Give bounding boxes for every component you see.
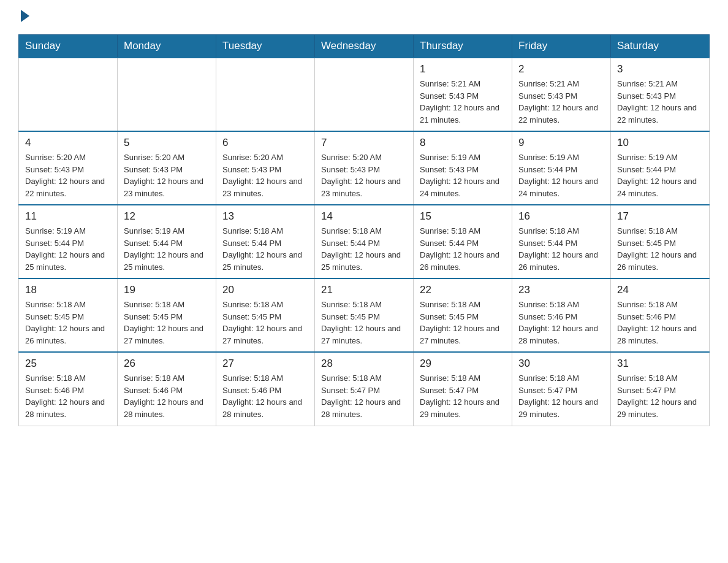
calendar-cell: 24Sunrise: 5:18 AM Sunset: 5:46 PM Dayli… [611, 278, 710, 352]
day-number: 28 [321, 358, 407, 370]
calendar-cell: 1Sunrise: 5:21 AM Sunset: 5:43 PM Daylig… [414, 58, 512, 131]
calendar-cell: 30Sunrise: 5:18 AM Sunset: 5:47 PM Dayli… [512, 352, 611, 426]
day-info: Sunrise: 5:20 AM Sunset: 5:43 PM Dayligh… [124, 151, 210, 199]
day-info: Sunrise: 5:18 AM Sunset: 5:46 PM Dayligh… [222, 372, 308, 420]
calendar-cell: 8Sunrise: 5:19 AM Sunset: 5:43 PM Daylig… [414, 131, 512, 205]
calendar-cell: 28Sunrise: 5:18 AM Sunset: 5:47 PM Dayli… [315, 352, 414, 426]
calendar-cell: 12Sunrise: 5:19 AM Sunset: 5:44 PM Dayli… [118, 205, 216, 278]
day-number: 1 [420, 63, 506, 75]
day-number: 19 [124, 284, 210, 296]
calendar-cell: 31Sunrise: 5:18 AM Sunset: 5:47 PM Dayli… [611, 352, 710, 426]
calendar-cell: 13Sunrise: 5:18 AM Sunset: 5:44 PM Dayli… [216, 205, 315, 278]
week-row-1: 1Sunrise: 5:21 AM Sunset: 5:43 PM Daylig… [19, 58, 710, 131]
day-info: Sunrise: 5:19 AM Sunset: 5:44 PM Dayligh… [518, 151, 604, 199]
day-info: Sunrise: 5:21 AM Sunset: 5:43 PM Dayligh… [420, 78, 506, 126]
day-info: Sunrise: 5:18 AM Sunset: 5:47 PM Dayligh… [420, 372, 506, 420]
calendar-table: SundayMondayTuesdayWednesdayThursdayFrid… [18, 34, 710, 426]
calendar-cell [216, 58, 315, 131]
day-info: Sunrise: 5:18 AM Sunset: 5:44 PM Dayligh… [420, 225, 506, 273]
calendar-cell: 4Sunrise: 5:20 AM Sunset: 5:43 PM Daylig… [19, 131, 118, 205]
day-number: 7 [321, 137, 407, 149]
calendar-cell: 2Sunrise: 5:21 AM Sunset: 5:43 PM Daylig… [512, 58, 611, 131]
calendar-cell: 20Sunrise: 5:18 AM Sunset: 5:45 PM Dayli… [216, 278, 315, 352]
day-info: Sunrise: 5:18 AM Sunset: 5:45 PM Dayligh… [25, 299, 111, 347]
calendar-cell: 14Sunrise: 5:18 AM Sunset: 5:44 PM Dayli… [315, 205, 414, 278]
logo [18, 12, 29, 22]
calendar-cell: 16Sunrise: 5:18 AM Sunset: 5:44 PM Dayli… [512, 205, 611, 278]
day-info: Sunrise: 5:18 AM Sunset: 5:44 PM Dayligh… [518, 225, 604, 273]
calendar-cell: 18Sunrise: 5:18 AM Sunset: 5:45 PM Dayli… [19, 278, 118, 352]
column-header-monday: Monday [118, 35, 216, 58]
calendar-cell: 26Sunrise: 5:18 AM Sunset: 5:46 PM Dayli… [118, 352, 216, 426]
day-info: Sunrise: 5:21 AM Sunset: 5:43 PM Dayligh… [518, 78, 604, 126]
day-number: 5 [124, 137, 210, 149]
calendar-cell: 9Sunrise: 5:19 AM Sunset: 5:44 PM Daylig… [512, 131, 611, 205]
calendar-cell: 10Sunrise: 5:19 AM Sunset: 5:44 PM Dayli… [611, 131, 710, 205]
week-row-3: 11Sunrise: 5:19 AM Sunset: 5:44 PM Dayli… [19, 205, 710, 278]
day-number: 2 [518, 63, 604, 75]
calendar-cell: 11Sunrise: 5:19 AM Sunset: 5:44 PM Dayli… [19, 205, 118, 278]
day-number: 9 [518, 137, 604, 149]
calendar-cell: 7Sunrise: 5:20 AM Sunset: 5:43 PM Daylig… [315, 131, 414, 205]
column-header-saturday: Saturday [611, 35, 710, 58]
day-number: 4 [25, 137, 111, 149]
calendar-cell: 19Sunrise: 5:18 AM Sunset: 5:45 PM Dayli… [118, 278, 216, 352]
calendar-cell [118, 58, 216, 131]
day-info: Sunrise: 5:18 AM Sunset: 5:47 PM Dayligh… [518, 372, 604, 420]
day-number: 21 [321, 284, 407, 296]
day-info: Sunrise: 5:18 AM Sunset: 5:45 PM Dayligh… [222, 299, 308, 347]
day-number: 12 [124, 210, 210, 223]
calendar-cell: 21Sunrise: 5:18 AM Sunset: 5:45 PM Dayli… [315, 278, 414, 352]
calendar-cell [19, 58, 118, 131]
day-number: 22 [420, 284, 506, 296]
day-info: Sunrise: 5:19 AM Sunset: 5:43 PM Dayligh… [420, 151, 506, 199]
day-number: 30 [518, 358, 604, 370]
calendar-cell: 22Sunrise: 5:18 AM Sunset: 5:45 PM Dayli… [414, 278, 512, 352]
day-number: 17 [617, 210, 703, 223]
day-info: Sunrise: 5:18 AM Sunset: 5:46 PM Dayligh… [124, 372, 210, 420]
day-info: Sunrise: 5:20 AM Sunset: 5:43 PM Dayligh… [25, 151, 111, 199]
day-info: Sunrise: 5:18 AM Sunset: 5:47 PM Dayligh… [321, 372, 407, 420]
calendar-cell: 3Sunrise: 5:21 AM Sunset: 5:43 PM Daylig… [611, 58, 710, 131]
logo-arrow-icon [21, 10, 29, 22]
day-number: 6 [222, 137, 308, 149]
calendar-cell: 17Sunrise: 5:18 AM Sunset: 5:45 PM Dayli… [611, 205, 710, 278]
week-row-4: 18Sunrise: 5:18 AM Sunset: 5:45 PM Dayli… [19, 278, 710, 352]
day-info: Sunrise: 5:18 AM Sunset: 5:46 PM Dayligh… [617, 299, 703, 347]
day-info: Sunrise: 5:18 AM Sunset: 5:45 PM Dayligh… [617, 225, 703, 273]
day-number: 23 [518, 284, 604, 296]
day-number: 13 [222, 210, 308, 223]
day-info: Sunrise: 5:18 AM Sunset: 5:44 PM Dayligh… [321, 225, 407, 273]
day-info: Sunrise: 5:21 AM Sunset: 5:43 PM Dayligh… [617, 78, 703, 126]
day-number: 10 [617, 137, 703, 149]
calendar-cell: 15Sunrise: 5:18 AM Sunset: 5:44 PM Dayli… [414, 205, 512, 278]
day-info: Sunrise: 5:18 AM Sunset: 5:45 PM Dayligh… [420, 299, 506, 347]
calendar-cell: 5Sunrise: 5:20 AM Sunset: 5:43 PM Daylig… [118, 131, 216, 205]
day-info: Sunrise: 5:18 AM Sunset: 5:45 PM Dayligh… [321, 299, 407, 347]
day-number: 29 [420, 358, 506, 370]
week-row-5: 25Sunrise: 5:18 AM Sunset: 5:46 PM Dayli… [19, 352, 710, 426]
week-row-2: 4Sunrise: 5:20 AM Sunset: 5:43 PM Daylig… [19, 131, 710, 205]
day-number: 26 [124, 358, 210, 370]
day-info: Sunrise: 5:18 AM Sunset: 5:45 PM Dayligh… [124, 299, 210, 347]
day-number: 15 [420, 210, 506, 223]
day-info: Sunrise: 5:20 AM Sunset: 5:43 PM Dayligh… [321, 151, 407, 199]
column-header-wednesday: Wednesday [315, 35, 414, 58]
day-number: 14 [321, 210, 407, 223]
day-info: Sunrise: 5:19 AM Sunset: 5:44 PM Dayligh… [124, 225, 210, 273]
day-info: Sunrise: 5:19 AM Sunset: 5:44 PM Dayligh… [617, 151, 703, 199]
day-info: Sunrise: 5:18 AM Sunset: 5:44 PM Dayligh… [222, 225, 308, 273]
day-info: Sunrise: 5:18 AM Sunset: 5:47 PM Dayligh… [617, 372, 703, 420]
calendar-cell: 6Sunrise: 5:20 AM Sunset: 5:43 PM Daylig… [216, 131, 315, 205]
day-number: 16 [518, 210, 604, 223]
calendar-cell: 23Sunrise: 5:18 AM Sunset: 5:46 PM Dayli… [512, 278, 611, 352]
page-header [18, 12, 710, 22]
calendar-cell: 27Sunrise: 5:18 AM Sunset: 5:46 PM Dayli… [216, 352, 315, 426]
column-header-friday: Friday [512, 35, 611, 58]
day-info: Sunrise: 5:18 AM Sunset: 5:46 PM Dayligh… [518, 299, 604, 347]
day-number: 8 [420, 137, 506, 149]
day-number: 11 [25, 210, 111, 223]
day-number: 27 [222, 358, 308, 370]
calendar-cell: 25Sunrise: 5:18 AM Sunset: 5:46 PM Dayli… [19, 352, 118, 426]
days-header-row: SundayMondayTuesdayWednesdayThursdayFrid… [19, 35, 710, 58]
